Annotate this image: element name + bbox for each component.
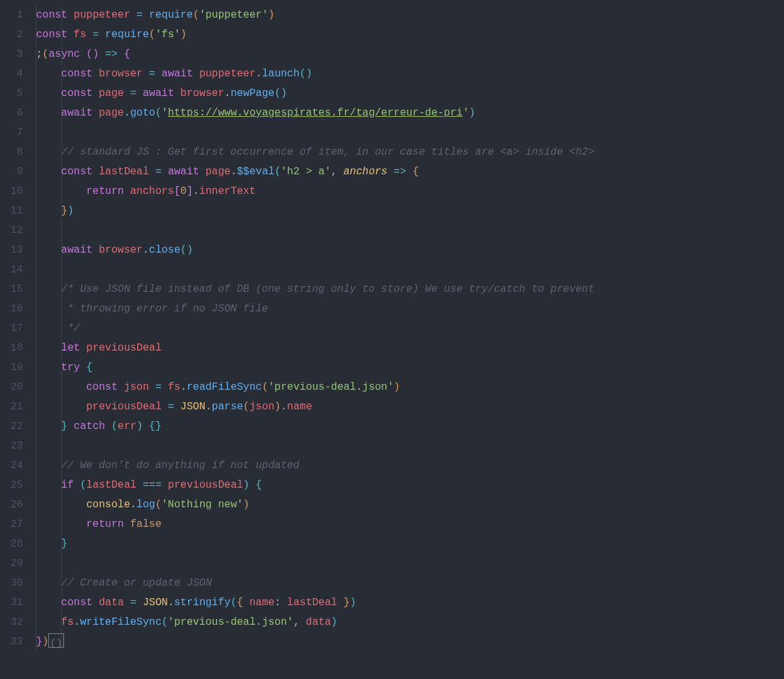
code-line[interactable]: ;(async () => { [36, 44, 784, 64]
token-pun [36, 342, 61, 354]
token-obj: JSON [180, 401, 205, 413]
token-kw: await [161, 68, 193, 80]
token-var: previousDeal [86, 342, 161, 354]
code-line[interactable]: let previousDeal [36, 338, 784, 358]
code-line[interactable]: await page.goto('https://www.voyagespira… [36, 103, 784, 123]
token-kw: let [61, 342, 80, 354]
token-pun: . [231, 166, 237, 178]
token-pun [93, 166, 99, 178]
token-prop: name [250, 597, 274, 608]
code-line[interactable]: return anchors[0].innerText [36, 182, 784, 201]
code-line[interactable]: })() [36, 632, 784, 652]
code-line[interactable]: // standard JS : Get first occurrence of… [36, 142, 784, 162]
code-line[interactable]: const fs = require('fs') [36, 25, 784, 44]
token-fn: require [149, 9, 193, 21]
token-brk3: ) [306, 68, 312, 80]
code-line[interactable]: fs.writeFileSync('previous-deal.json', d… [36, 612, 784, 632]
code-line[interactable] [36, 221, 784, 240]
token-pun [93, 87, 99, 99]
token-var: err [118, 420, 137, 432]
line-number: 7 [10, 123, 31, 142]
code-line[interactable]: const page = await browser.newPage() [36, 84, 784, 103]
code-editor[interactable]: 1234567891011121314151617181920212223242… [0, 0, 784, 679]
token-str: ' [161, 107, 168, 119]
token-brk2: ) [93, 48, 99, 60]
token-pun [142, 420, 149, 432]
code-line[interactable] [36, 554, 784, 573]
cursor: () [48, 633, 63, 648]
code-line[interactable]: const json = fs.readFileSync('previous-d… [36, 377, 784, 397]
code-area[interactable]: const puppeteer = require('puppeteer')co… [36, 0, 784, 679]
code-line[interactable]: const data = JSON.stringify({ name: last… [36, 593, 784, 612]
code-line[interactable]: }) [36, 201, 784, 221]
code-line[interactable]: } catch (err) {} [36, 417, 784, 436]
token-brk3: ( [180, 244, 187, 256]
token-kw: const [61, 166, 93, 178]
code-line[interactable] [36, 123, 784, 142]
token-brk2: { [124, 48, 131, 60]
token-kw: await [61, 107, 93, 119]
line-number: 30 [10, 573, 31, 593]
token-brk3: { [149, 420, 155, 432]
token-pun: ; [36, 48, 42, 60]
token-op: = [149, 68, 155, 80]
token-pun [118, 48, 124, 60]
token-pun: . [281, 401, 287, 413]
line-number: 23 [10, 436, 31, 456]
token-pun [193, 68, 199, 80]
token-pun [406, 166, 413, 178]
token-brk1: ) [274, 401, 281, 413]
token-obj: JSON [142, 597, 167, 608]
code-line[interactable]: try { [36, 358, 784, 377]
code-line[interactable]: const browser = await puppeteer.launch() [36, 64, 784, 84]
code-line[interactable]: await browser.close() [36, 240, 784, 260]
code-line[interactable]: const lastDeal = await page.$$eval('h2 >… [36, 162, 784, 182]
token-pun: . [224, 87, 231, 99]
token-pun [124, 185, 131, 197]
token-pun [93, 107, 99, 119]
token-kw: const [36, 29, 67, 40]
token-prop: name [287, 401, 312, 413]
code-line[interactable] [36, 436, 784, 456]
token-brk2: [ [174, 185, 180, 197]
code-line[interactable]: if (lastDeal === previousDeal) { [36, 475, 784, 495]
token-brk3: ( [80, 479, 86, 491]
token-pun [387, 166, 394, 178]
code-line[interactable]: /* Use JSON file instead of DB (one stri… [36, 279, 784, 299]
token-pun [36, 479, 61, 491]
token-brk2: } [36, 636, 42, 648]
token-pun [36, 283, 61, 295]
token-pun [36, 146, 61, 158]
line-number: 20 [10, 377, 31, 397]
line-number-gutter: 1234567891011121314151617181920212223242… [0, 0, 36, 679]
code-line[interactable]: } [36, 534, 784, 554]
code-line[interactable]: */ [36, 319, 784, 338]
token-op: => [105, 48, 118, 60]
token-pun [105, 420, 112, 432]
code-line[interactable]: // We don't do anything if not updated [36, 456, 784, 475]
token-brk1: ) [394, 381, 400, 393]
token-kw: return [86, 185, 124, 197]
token-pun: . [193, 185, 199, 197]
token-op: === [142, 479, 161, 491]
code-line[interactable]: return false [36, 514, 784, 534]
url-string[interactable]: https://www.voyagespirates.fr/tag/erreur… [168, 107, 463, 119]
token-pun [36, 401, 86, 413]
line-number: 14 [10, 260, 31, 279]
token-pun [36, 460, 61, 471]
token-kw: try [61, 362, 80, 373]
code-line[interactable]: * throwing error if no JSON file [36, 299, 784, 319]
token-var: fs [74, 29, 86, 40]
line-number: 19 [10, 358, 31, 377]
token-kw: const [36, 9, 67, 21]
code-line[interactable]: const puppeteer = require('puppeteer') [36, 5, 784, 25]
token-pun [36, 597, 61, 608]
token-brk1: ( [155, 499, 162, 511]
code-line[interactable]: previousDeal = JSON.parse(json).name [36, 397, 784, 417]
code-line[interactable]: console.log('Nothing new') [36, 495, 784, 514]
token-brk1: ( [262, 381, 269, 393]
code-line[interactable]: // Create or update JSON [36, 573, 784, 593]
token-fn: goto [130, 107, 155, 119]
code-line[interactable] [36, 260, 784, 279]
token-pun [174, 87, 180, 99]
